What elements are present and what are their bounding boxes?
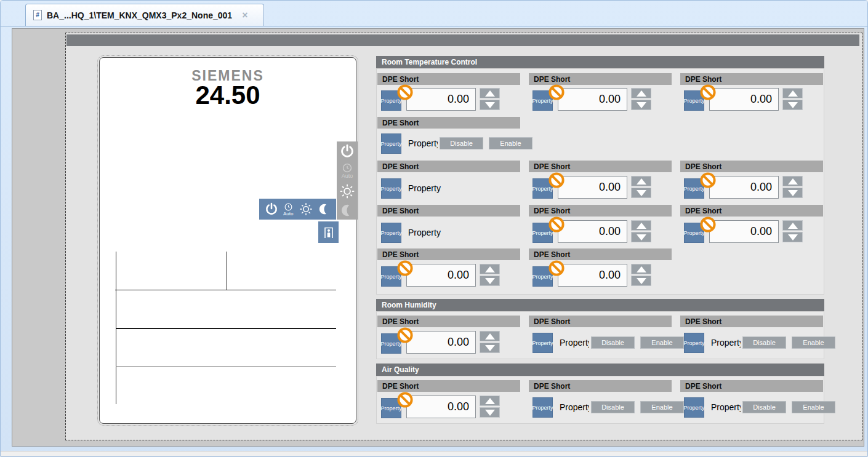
- enable-button[interactable]: Enable: [640, 401, 684, 413]
- no-entry-icon: [397, 327, 413, 343]
- power-icon[interactable]: [265, 202, 278, 216]
- tab-close-icon[interactable]: ×: [242, 11, 247, 20]
- value-field[interactable]: 0.00: [406, 264, 476, 287]
- property-button[interactable]: Property: [684, 333, 704, 353]
- dpe-command-row: Property Property Disable Enable: [532, 397, 686, 418]
- dpe-spinbox: Property 0.00: [532, 263, 653, 288]
- value-text: 0.00: [750, 181, 772, 194]
- spin-up-button[interactable]: [631, 264, 651, 274]
- spin-up-button[interactable]: [631, 176, 651, 186]
- property-button[interactable]: Property: [381, 133, 401, 154]
- enable-button[interactable]: Enable: [792, 401, 835, 413]
- disable-button[interactable]: Disable: [742, 401, 786, 413]
- value-field[interactable]: 0.00: [558, 88, 627, 111]
- section-header: Room Temperature Control: [376, 56, 824, 68]
- mode-strip-vertical: Auto: [337, 141, 358, 220]
- divider-line: [116, 366, 336, 367]
- dpe-header: DPE Short: [680, 205, 823, 217]
- disable-button[interactable]: Disable: [742, 336, 786, 349]
- tab-bar: # BA_...HQ_1\TEM_KNX_QMX3_Px2_None_001 ×: [1, 1, 867, 26]
- property-label: Property: [560, 338, 589, 348]
- no-entry-icon: [700, 84, 716, 100]
- dpe-spinbox: Property 0.00: [381, 87, 502, 113]
- dpe-spinbox: Property 0.00: [532, 175, 653, 201]
- dpe-header: DPE Short: [680, 73, 823, 85]
- spin-down-button[interactable]: [631, 276, 651, 286]
- property-label: Property: [560, 402, 589, 412]
- value-field[interactable]: 0.00: [558, 264, 627, 287]
- dpe-header: DPE Short: [529, 205, 672, 217]
- divider-line: [115, 290, 336, 290]
- dpe-header: DPE Short: [377, 161, 520, 172]
- spin-up-button[interactable]: [480, 88, 500, 98]
- spin-up-button[interactable]: [631, 88, 651, 98]
- dpe-header: DPE Short: [377, 316, 520, 327]
- spin-up-button[interactable]: [631, 220, 651, 231]
- dpe-spinbox: Property 0.00: [381, 330, 502, 356]
- moon-icon[interactable]: [318, 203, 331, 215]
- dpe-command-row: Property Property Disable Enable: [532, 333, 686, 353]
- enable-button[interactable]: Enable: [792, 336, 835, 349]
- enable-button[interactable]: Enable: [640, 336, 684, 349]
- value-field[interactable]: 0.00: [406, 395, 476, 418]
- spin-up-button[interactable]: [782, 176, 803, 186]
- gedi-window: # BA_...HQ_1\TEM_KNX_QMX3_Px2_None_001 ×…: [0, 0, 868, 457]
- clock-auto-icon[interactable]: Auto: [283, 202, 293, 216]
- disable-button[interactable]: Disable: [591, 401, 635, 413]
- panel-tab[interactable]: # BA_...HQ_1\TEM_KNX_QMX3_Px2_None_001 ×: [25, 4, 264, 26]
- value-field[interactable]: 0.00: [558, 176, 627, 199]
- spin-up-button[interactable]: [782, 88, 803, 98]
- property-button[interactable]: Property: [532, 333, 553, 353]
- spin-down-button[interactable]: [631, 100, 651, 110]
- property-button[interactable]: Property: [532, 397, 553, 418]
- spin-down-button[interactable]: [631, 188, 651, 198]
- property-button[interactable]: Property: [381, 178, 401, 199]
- clock-auto-icon[interactable]: Auto: [342, 162, 353, 179]
- spin-down-button[interactable]: [480, 407, 500, 418]
- panel-document-icon: #: [33, 10, 42, 20]
- dpe-spinbox: Property 0.00: [381, 394, 502, 420]
- no-entry-icon: [549, 84, 565, 100]
- disable-button[interactable]: Disable: [440, 137, 483, 149]
- spin-down-button[interactable]: [480, 276, 500, 286]
- auto-label: Auto: [283, 212, 293, 216]
- spin-down-button[interactable]: [782, 188, 803, 198]
- person-in-door-icon[interactable]: [318, 221, 339, 243]
- no-entry-icon: [397, 260, 413, 276]
- sun-icon[interactable]: [339, 183, 356, 200]
- spin-down-button[interactable]: [480, 100, 500, 110]
- selected-panel[interactable]: SIEMENS 24.50 Auto Auto: [66, 33, 862, 440]
- no-entry-icon: [549, 172, 565, 188]
- tab-title: BA_...HQ_1\TEM_KNX_QMX3_Px2_None_001: [47, 10, 232, 20]
- power-icon[interactable]: [340, 144, 355, 159]
- disable-button[interactable]: Disable: [591, 336, 635, 349]
- value-field[interactable]: 0.00: [558, 220, 627, 243]
- spin-down-button[interactable]: [782, 232, 803, 242]
- spin-up-button[interactable]: [480, 331, 500, 341]
- value-field[interactable]: 0.00: [709, 176, 779, 199]
- temperature-value: 24.50: [99, 81, 356, 110]
- spin-down-button[interactable]: [480, 343, 500, 353]
- property-button[interactable]: Property: [684, 397, 704, 418]
- spin-up-button[interactable]: [480, 395, 500, 406]
- value-field[interactable]: 0.00: [709, 220, 779, 243]
- spin-up-button[interactable]: [782, 220, 803, 231]
- panel-top-strip: [66, 34, 859, 46]
- moon-icon[interactable]: [340, 204, 354, 217]
- value-field[interactable]: 0.00: [406, 331, 476, 354]
- property-label: Property: [711, 338, 741, 348]
- value-field[interactable]: 0.00: [709, 88, 779, 111]
- property-button[interactable]: Property: [381, 223, 401, 243]
- value-field[interactable]: 0.00: [406, 88, 476, 111]
- enable-button[interactable]: Enable: [489, 137, 532, 149]
- dpe-header: DPE Short: [680, 316, 823, 327]
- value-text: 0.00: [599, 269, 621, 282]
- dpe-header: DPE Short: [377, 248, 520, 260]
- spin-down-button[interactable]: [631, 232, 651, 242]
- dpe-spinbox: Property 0.00: [684, 219, 805, 245]
- spin-down-button[interactable]: [782, 100, 803, 110]
- spin-up-button[interactable]: [480, 264, 500, 274]
- dpe-header: DPE Short: [529, 316, 672, 327]
- sun-icon[interactable]: [299, 202, 313, 217]
- dpe-header: DPE Short: [529, 161, 672, 172]
